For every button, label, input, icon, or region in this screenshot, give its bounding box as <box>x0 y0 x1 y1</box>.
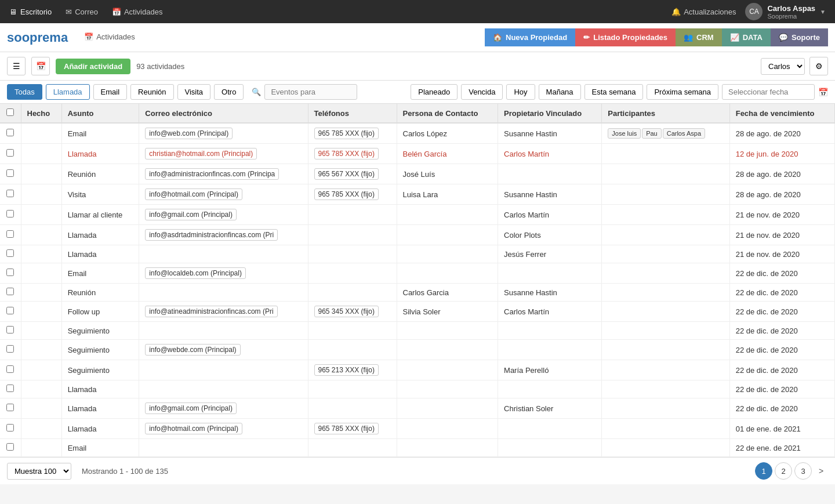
filter-hoy[interactable]: Hoy <box>506 84 535 100</box>
row-checkbox[interactable] <box>6 149 14 157</box>
filter-tab-otro[interactable]: Otro <box>214 84 244 100</box>
settings-button[interactable]: ⚙ <box>809 57 828 75</box>
asunto-cell[interactable]: Llamada <box>61 398 139 419</box>
propietario-cell[interactable]: Christian Soler <box>498 398 602 419</box>
soporte-button[interactable]: 💬 Soporte <box>771 28 828 46</box>
row-checkbox[interactable] <box>6 169 14 177</box>
asunto-cell[interactable]: Seguimiento <box>61 340 139 360</box>
propietario-cell[interactable] <box>498 322 602 340</box>
asunto-cell[interactable]: Visita <box>61 184 139 205</box>
asunto-cell[interactable]: Follow up <box>61 302 139 322</box>
propietario-cell[interactable]: María Perelló <box>498 360 602 380</box>
asunto-cell[interactable]: Llamada <box>61 419 139 439</box>
filter-manana[interactable]: Mañana <box>539 84 581 100</box>
subnav-actividades[interactable]: 📅 Actividades <box>77 23 141 52</box>
row-checkbox[interactable] <box>6 385 14 392</box>
data-button[interactable]: 📈 DATA <box>722 28 771 46</box>
email-pill[interactable]: info@administracionfincas.com (Principa <box>145 168 279 180</box>
propietario-cell[interactable] <box>498 439 602 457</box>
filter-planeado[interactable]: Planeado <box>411 84 458 100</box>
propietario-cell[interactable] <box>498 263 602 284</box>
calendar-view-button[interactable]: 📅 <box>31 57 50 75</box>
contacto-cell[interactable] <box>397 340 498 360</box>
propietario-cell[interactable]: Jesús Ferrer <box>498 245 602 263</box>
row-checkbox[interactable] <box>6 345 14 353</box>
page-2-button[interactable]: 2 <box>775 462 792 480</box>
asunto-cell[interactable]: Reunión <box>61 284 139 302</box>
email-pill[interactable]: info@hotmail.com (Principal) <box>145 188 242 200</box>
row-checkbox[interactable] <box>6 443 14 451</box>
asunto-cell[interactable]: Reunión <box>61 164 139 184</box>
email-pill[interactable]: info@web.com (Principal) <box>145 128 233 139</box>
email-pill[interactable]: info@gmail.com (Principal) <box>145 209 237 220</box>
brand-escritorio[interactable]: 🖥 Escritorio <box>9 8 52 16</box>
propietario-cell[interactable]: Carlos Martín <box>498 302 602 322</box>
contacto-cell[interactable] <box>397 322 498 340</box>
listado-propiedades-button[interactable]: ✏ Listado Propiedades <box>575 28 676 46</box>
notifications[interactable]: 🔔 Actualizaciones <box>671 8 736 16</box>
user-menu[interactable]: CA Carlos Aspas Sooprema ▼ <box>745 3 826 20</box>
filter-tab-todas[interactable]: Todas <box>7 84 42 100</box>
row-checkbox[interactable] <box>6 190 14 197</box>
contacto-cell[interactable] <box>397 263 498 284</box>
propietario-cell[interactable]: Susanne Hastin <box>498 284 602 302</box>
contacto-cell[interactable] <box>397 205 498 225</box>
filter-tab-email[interactable]: Email <box>93 84 128 100</box>
filter-tab-reunion[interactable]: Reunión <box>130 84 173 100</box>
asunto-cell[interactable]: Email <box>61 123 139 144</box>
contacto-cell[interactable]: Carlos Garcia <box>397 284 498 302</box>
asunto-cell[interactable]: Llamada <box>61 380 139 398</box>
filter-tab-llamada[interactable]: Llamada <box>46 84 90 100</box>
contacto-cell[interactable]: Silvia Soler <box>397 302 498 322</box>
contacto-cell[interactable] <box>397 360 498 380</box>
filter-vencida[interactable]: Vencida <box>461 84 503 100</box>
propietario-cell[interactable] <box>498 164 602 184</box>
nav-correo[interactable]: ✉ Correo <box>66 8 98 16</box>
menu-toggle-button[interactable]: ☰ <box>7 57 26 75</box>
asunto-cell[interactable]: Email <box>61 263 139 284</box>
email-pill[interactable]: info@asdrtadministracionfincas.com (Pri <box>145 229 278 241</box>
nueva-propiedad-button[interactable]: 🏠 Nueva Propiedad <box>485 28 575 46</box>
row-checkbox[interactable] <box>6 424 14 432</box>
nav-actividades[interactable]: 📅 Actividades <box>112 8 162 16</box>
asunto-cell[interactable]: Seguimiento <box>61 360 139 380</box>
asunto-cell[interactable]: Llamada <box>61 144 139 164</box>
row-checkbox[interactable] <box>6 129 14 136</box>
row-checkbox[interactable] <box>6 288 14 295</box>
email-pill[interactable]: christian@hotmail.com (Principal) <box>145 148 257 159</box>
row-checkbox[interactable] <box>6 210 14 217</box>
user-select[interactable]: Carlos Todos <box>761 58 805 75</box>
propietario-cell[interactable] <box>498 340 602 360</box>
phone-pill[interactable]: 965 785 XXX (fijo) <box>314 148 379 159</box>
contacto-cell[interactable]: José Luís <box>397 164 498 184</box>
add-activity-button[interactable]: Añadir actividad <box>56 59 130 74</box>
contacto-cell[interactable]: Belén García <box>397 144 498 164</box>
email-pill[interactable]: info@localdeb.com (Principal) <box>145 267 246 279</box>
asunto-cell[interactable]: Email <box>61 439 139 457</box>
logo[interactable]: sooprema <box>7 30 68 45</box>
row-checkbox[interactable] <box>6 404 14 411</box>
propietario-cell[interactable]: Carlos Martín <box>498 144 602 164</box>
email-pill[interactable]: info@atineadministracionfincas.com (Pri <box>145 306 277 317</box>
asunto-cell[interactable]: Llamar al cliente <box>61 205 139 225</box>
contacto-cell[interactable] <box>397 419 498 439</box>
phone-pill[interactable]: 965 213 XXX (fijo) <box>314 364 379 376</box>
contacto-cell[interactable] <box>397 398 498 419</box>
row-checkbox[interactable] <box>6 365 14 373</box>
row-checkbox[interactable] <box>6 326 14 333</box>
page-1-button[interactable]: 1 <box>755 462 772 480</box>
propietario-cell[interactable]: Color Plots <box>498 225 602 245</box>
propietario-cell[interactable]: Carlos Martín <box>498 205 602 225</box>
contacto-cell[interactable] <box>397 380 498 398</box>
filter-proxima-semana[interactable]: Próxima semana <box>647 84 718 100</box>
row-checkbox[interactable] <box>6 249 14 257</box>
page-3-button[interactable]: 3 <box>794 462 812 480</box>
propietario-cell[interactable] <box>498 380 602 398</box>
asunto-cell[interactable]: Seguimiento <box>61 322 139 340</box>
select-all-checkbox[interactable] <box>6 108 14 116</box>
row-checkbox[interactable] <box>6 307 14 314</box>
filter-esta-semana[interactable]: Esta semana <box>584 84 644 100</box>
date-picker-input[interactable] <box>722 84 815 100</box>
asunto-cell[interactable]: Llamada <box>61 245 139 263</box>
contacto-cell[interactable] <box>397 225 498 245</box>
